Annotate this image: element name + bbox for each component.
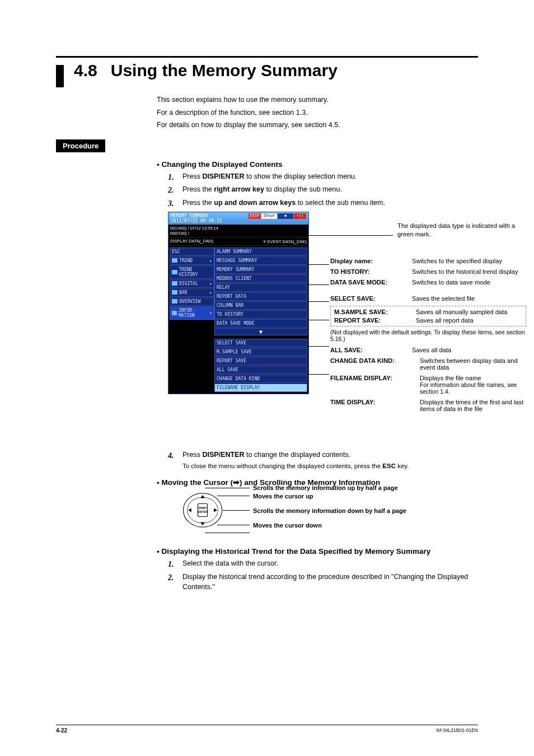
digital-icon <box>172 281 177 286</box>
steps-list: 1.Press DISP/ENTER to show the display s… <box>168 171 478 208</box>
menu-digital[interactable]: DIGITAL▸ <box>170 279 214 288</box>
callout-line <box>309 284 329 285</box>
page-title: 4.8Using the Memory Summary <box>56 61 478 80</box>
submenu-item[interactable]: REPORT SAVE <box>214 357 307 365</box>
dpad-icon: DISP/ ENTER <box>182 490 223 533</box>
step-1: 1.Press DISP/ENTER to show the display s… <box>168 171 478 182</box>
step-3: 3.Press the up and down arrow keys to se… <box>168 198 478 208</box>
procedure-heading: Procedure <box>56 139 105 152</box>
submenu-item[interactable]: MODBUS CLIENT <box>214 274 307 283</box>
bar-icon <box>172 290 177 295</box>
camera-icon: ◉ <box>278 213 293 219</box>
screenshot-right-menu: ALARM SUMMARY MESSAGE SUMMARY MEMORY SUM… <box>214 247 307 393</box>
callout-line <box>309 264 329 265</box>
menu-information[interactable]: INFOR-MATION▸ <box>170 306 214 320</box>
submenu-filename-display[interactable]: FILENAME DISPLAY <box>214 384 307 392</box>
submenu-item[interactable]: REPORT DATA <box>214 292 307 301</box>
nav-label: Moves the cursor up <box>253 493 313 500</box>
callout-line <box>309 320 329 320</box>
nav-label: Scrolls the memory information down by h… <box>253 507 406 514</box>
page: 4.8Using the Memory Summary This section… <box>0 0 534 756</box>
submenu-item[interactable]: MEMORY SUMMARY <box>214 265 307 274</box>
callout-line <box>309 374 329 375</box>
step-1: 1.Select the data with the cursor. <box>168 558 478 569</box>
screenshot-infobar: 001/400) ! 07/12 13:59:14000/100) ! <box>168 225 308 237</box>
callout-line <box>309 346 329 347</box>
steps-list-contd: 4.Press DISP/ENTER to change the display… <box>168 450 478 471</box>
arrow-right-icon: ➡ <box>233 478 240 487</box>
dashed-note-box: M.SAMPLE SAVE:Saves all manually sampled… <box>330 306 526 326</box>
screenshot: MEMORY SUMMARY 2011/07/15 09:49:31 DISP … <box>168 212 309 394</box>
nav-label: Moves the cursor down <box>253 522 322 529</box>
top-rule <box>56 56 478 58</box>
intro-line: For details on how to display the summar… <box>157 119 478 132</box>
steps-list-3: 1.Select the data with the cursor. 2.Dis… <box>168 558 478 592</box>
intro-line: This section explains how to use the mem… <box>157 94 478 106</box>
menu-bar[interactable]: BAR▸ <box>170 288 214 297</box>
submenu-item[interactable]: M.SAMPLE SAVE <box>214 348 307 356</box>
annotation-table: Display name:Switches to the specified d… <box>330 258 526 416</box>
figure-wrap: MEMORY SUMMARY 2011/07/15 09:49:31 DISP … <box>168 212 526 447</box>
page-number: 4-22 <box>56 727 67 734</box>
intro-line: For a description of the function, see s… <box>157 106 478 119</box>
history-icon <box>172 270 177 274</box>
submenu-item[interactable]: TO HISTORY <box>214 310 307 319</box>
trend-icon <box>172 258 177 263</box>
disp-event-badge: DISP <box>249 213 261 219</box>
section-title: Using the Memory Summary <box>111 61 338 80</box>
step-4: 4.Press DISP/ENTER to change the display… <box>168 450 478 471</box>
annotation-datatype: The displayed data type is indicated wit… <box>397 222 521 239</box>
step-2: 2.Display the historical trend according… <box>168 572 478 593</box>
overview-icon <box>172 299 177 304</box>
svg-text:DISP/: DISP/ <box>198 506 207 510</box>
intro-block: This section explains how to use the mem… <box>157 94 478 132</box>
arrow-down-icon[interactable]: ▼ <box>214 328 307 335</box>
submenu-item[interactable]: RELAY <box>214 283 307 292</box>
submenu-item[interactable]: COLUMN BAR <box>214 301 307 310</box>
section-number: 4.8 <box>74 61 97 80</box>
submenu-item[interactable]: CHANGE DATA KIND <box>214 375 307 383</box>
submenu-item[interactable]: ALARM SUMMARY <box>214 248 307 256</box>
screenshot-left-menu: ESC TREND▸ TREND HISTORY DIGITAL▸ BAR▸ O… <box>170 247 214 393</box>
screenshot-titlebar: MEMORY SUMMARY 2011/07/15 09:49:31 DISP … <box>168 212 308 225</box>
callout-line <box>309 235 393 236</box>
menu-esc[interactable]: ESC <box>170 248 214 256</box>
submenu-item[interactable]: DATA SAVE MODE <box>214 319 307 328</box>
callout-line <box>309 301 329 302</box>
menu-trend-history[interactable]: TREND HISTORY <box>170 265 214 279</box>
dpad-figure: DISP/ ENTER Scrolls the memory informati… <box>182 488 485 544</box>
submenu-item[interactable]: SELECT SAVE <box>214 339 307 347</box>
info-icon <box>172 311 177 315</box>
signal-icon: •)) <box>294 213 306 219</box>
svg-text:ENTER: ENTER <box>198 510 207 514</box>
doc-id: IM 04L21B01-01EN <box>436 727 478 734</box>
submenu-item[interactable]: ALL SAVE <box>214 366 307 374</box>
subheading-historical-trend: Displaying the Historical Trend for the … <box>157 547 478 556</box>
subheading-changing: Changing the Displayed Contents <box>157 160 478 169</box>
menu-overview[interactable]: OVERVIEW <box>170 297 214 306</box>
page-footer: 4-22 IM 04L21B01-01EN <box>56 725 478 734</box>
submenu-item[interactable]: MESSAGE SUMMARY <box>214 256 307 265</box>
nav-label: Scrolls the memory information up by hal… <box>253 484 398 491</box>
menu-trend[interactable]: TREND▸ <box>170 256 214 265</box>
annotation-note: (Not displayed with the default settings… <box>330 329 526 342</box>
section-marker <box>56 65 64 87</box>
step-2: 2.Press the right arrow key to display t… <box>168 184 478 195</box>
